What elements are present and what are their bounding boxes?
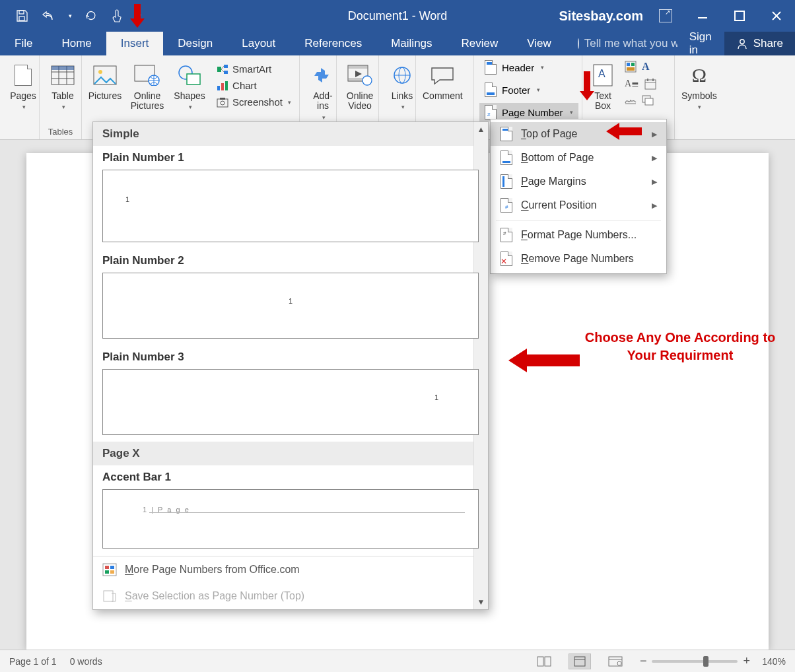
svg-point-28 <box>221 101 225 105</box>
screenshot-button[interactable]: Screenshot▾ <box>214 95 294 109</box>
svg-rect-41 <box>631 63 635 66</box>
symbols-icon: Ω <box>686 62 712 88</box>
svg-rect-21 <box>224 71 228 74</box>
online-video-button[interactable]: Online Video <box>342 61 378 113</box>
dropcap-icon[interactable]: A≣ <box>625 78 639 90</box>
quick-parts-icon[interactable] <box>625 61 637 73</box>
minimize-button[interactable] <box>684 0 721 32</box>
view-web-layout[interactable] <box>604 654 627 669</box>
svg-rect-43 <box>645 80 656 89</box>
status-words[interactable]: 0 words <box>70 656 102 667</box>
addins-button[interactable]: Add- ins ▾ <box>305 61 341 122</box>
smartart-button[interactable]: SmartArt <box>214 62 294 76</box>
current-position-icon: # <box>500 198 513 213</box>
remove-page-numbers-icon: ✕ <box>500 252 513 266</box>
tab-home[interactable]: Home <box>47 32 106 55</box>
menu-page-margins[interactable]: Page Margins ▶ <box>491 170 666 193</box>
gallery-item-plain-1[interactable]: 1 <box>102 170 479 242</box>
tell-me-search[interactable]: Tell me what you want to d <box>566 32 677 55</box>
tab-references[interactable]: References <box>290 32 376 55</box>
svg-rect-50 <box>103 564 116 576</box>
annotation-arrow-insert-tab <box>130 4 145 28</box>
bottom-of-page-icon <box>500 151 513 165</box>
view-read-mode[interactable] <box>533 654 555 669</box>
table-button[interactable]: Table ▾ <box>45 61 81 112</box>
wordart-icon[interactable]: A <box>642 61 650 73</box>
svg-rect-24 <box>217 86 220 90</box>
links-icon <box>389 62 415 88</box>
tab-layout[interactable]: Layout <box>227 32 290 55</box>
tab-file[interactable]: File <box>0 32 47 55</box>
close-button[interactable] <box>758 0 795 32</box>
touch-mode-icon[interactable] <box>110 9 125 23</box>
smartart-icon <box>217 64 228 75</box>
zoom-out-button[interactable]: − <box>640 654 647 668</box>
gallery-more-office[interactable]: More Page Numbers from Office.com ▶ <box>93 556 488 583</box>
pages-button[interactable]: Pages ▾ <box>5 61 41 112</box>
undo-icon[interactable] <box>41 9 55 23</box>
chevron-right-icon: ▶ <box>652 201 657 210</box>
pages-icon <box>10 62 36 88</box>
footer-button[interactable]: Footer▾ <box>479 81 578 99</box>
svg-rect-12 <box>52 66 74 70</box>
quick-access-toolbar: ▾ ▾ <box>0 9 141 23</box>
zoom-level[interactable]: 140% <box>755 656 786 667</box>
online-pictures-button[interactable]: Online Pictures <box>129 61 165 113</box>
share-button[interactable]: Share <box>724 32 795 55</box>
zoom-slider[interactable] <box>652 660 738 663</box>
save-icon[interactable] <box>15 9 29 23</box>
tab-mailings[interactable]: Mailings <box>376 32 446 55</box>
links-button[interactable]: Links ▾ <box>384 61 420 112</box>
tab-review[interactable]: Review <box>447 32 513 55</box>
tab-insert[interactable]: Insert <box>106 32 164 55</box>
redo-icon[interactable] <box>84 9 98 23</box>
view-print-layout[interactable] <box>569 654 591 669</box>
chart-icon <box>217 81 228 91</box>
scroll-down-icon[interactable]: ▼ <box>477 597 485 607</box>
chevron-right-icon: ▶ <box>652 178 657 186</box>
chevron-right-icon: ▶ <box>652 154 657 162</box>
top-of-page-icon <box>500 127 513 141</box>
svg-rect-19 <box>217 67 221 72</box>
svg-rect-26 <box>225 81 228 90</box>
scroll-up-icon[interactable]: ▲ <box>477 125 485 134</box>
header-icon <box>485 60 497 75</box>
tab-view[interactable]: View <box>512 32 566 55</box>
annotation-arrow-page-number <box>580 71 594 100</box>
svg-rect-0 <box>19 11 24 14</box>
online-pictures-icon <box>134 62 160 88</box>
table-icon <box>50 62 76 88</box>
shapes-button[interactable]: Shapes ▾ <box>172 61 207 112</box>
signature-line-icon[interactable] <box>625 95 637 106</box>
svg-rect-20 <box>224 65 228 68</box>
chart-button[interactable]: Chart <box>214 79 294 92</box>
maximize-button[interactable] <box>721 0 758 32</box>
menu-remove-page-numbers[interactable]: ✕ Remove Page Numbers <box>491 247 666 271</box>
date-time-icon[interactable] <box>644 78 656 90</box>
svg-rect-40 <box>627 63 630 66</box>
tab-design[interactable]: Design <box>163 32 227 55</box>
ribbon-display-options-icon[interactable] <box>647 0 684 32</box>
gallery-save-selection[interactable]: Save Selection as Page Number (Top) <box>93 583 488 609</box>
menu-format-page-numbers[interactable]: # Format Page Numbers... <box>491 223 666 247</box>
undo-dropdown-icon[interactable]: ▾ <box>69 13 72 19</box>
comment-button[interactable]: Comment <box>421 61 464 102</box>
gallery-item-accent-1[interactable]: 1 | P a g e <box>102 489 479 549</box>
zoom-in-button[interactable]: + <box>743 654 750 668</box>
object-icon[interactable] <box>642 95 654 106</box>
pictures-button[interactable]: Pictures <box>87 61 123 102</box>
menu-bottom-of-page[interactable]: Bottom of Page ▶ <box>491 146 666 170</box>
gallery-item-plain-2[interactable]: 1 <box>102 273 479 339</box>
brand-label: Sitesbay.com <box>559 9 643 24</box>
gallery-section-simple: Simple <box>93 122 488 146</box>
symbols-button[interactable]: Ω Symbols ▾ <box>680 61 718 112</box>
menu-current-position[interactable]: # Current Position ▶ <box>491 193 666 217</box>
signin-link[interactable]: Sign in <box>677 32 724 55</box>
gallery-item-plain-3[interactable]: 1 <box>102 369 479 435</box>
ribbon-tabs: File Home Insert Design Layout Reference… <box>0 32 795 55</box>
gallery-item-accent-1-title: Accent Bar 1 <box>93 465 488 487</box>
text-tools-column: A A≣ <box>625 61 656 106</box>
status-page[interactable]: Page 1 of 1 <box>9 656 57 667</box>
header-button[interactable]: Header▾ <box>479 58 578 77</box>
svg-rect-52 <box>110 566 114 569</box>
